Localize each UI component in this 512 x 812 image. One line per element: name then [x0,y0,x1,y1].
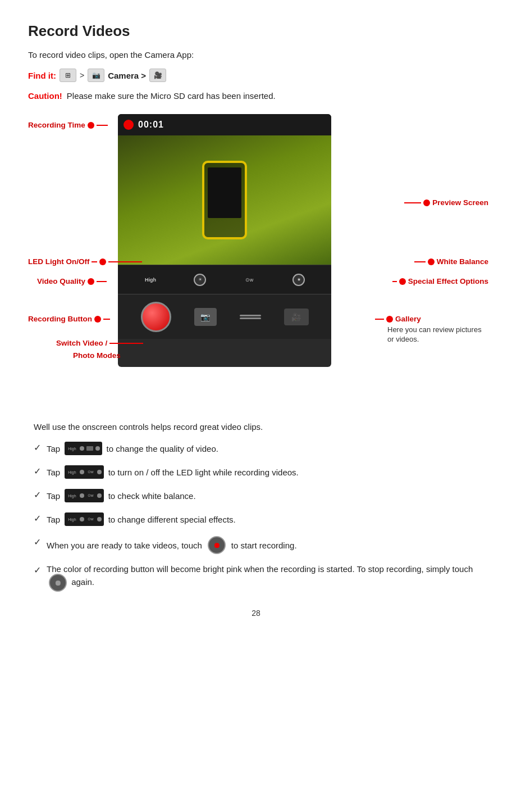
quality-icon-inline: High [65,442,102,455]
caution-label: Caution! [28,91,62,101]
check-2: ✓ [34,466,41,477]
switch-video-label: Switch Video / [56,339,107,347]
recording-time-label: Recording Time [28,121,85,129]
find-it-row: Find it: ⊞ > 📷 Camera > 🎥 [28,69,484,82]
record-stop-icon: ⏺ [49,574,67,592]
wb-ctrl: ⊙w [225,277,274,283]
action-3: to check white balance. [108,491,196,501]
caution-row: Caution! Please make sure the Micro SD c… [28,91,484,101]
camera-screen-image: 00:01 High ☀ ⊙w ★ 📷 [118,114,331,367]
gallery-line [375,319,384,320]
checklist: ✓ Tap High to change the quality of vide… [34,442,478,592]
effect-ctrl: ★ [274,274,323,286]
camera-app-icon: 📷 [88,69,104,82]
white-balance-annotation: White Balance [414,257,488,266]
wb-icon-inline: High ⊙w [65,489,103,502]
extra-2-text: The color of recording button will becom… [47,564,478,592]
camera-label: Camera > [108,71,146,80]
intro-text: To record video clips, open the Camera A… [28,50,484,60]
gallery-dot [386,316,393,323]
check-4: ✓ [34,513,41,524]
gallery-desc: Here you can review pictures or videos. [387,325,482,343]
recording-time-display: 00:01 [138,120,164,130]
wb-line [414,261,426,262]
preview-screen-annotation: Preview Screen [404,198,488,207]
checklist-item-4: ✓ Tap High ⊙w to change different specia… [34,512,478,526]
recording-indicator-dot [124,120,134,130]
ps-dot [423,199,430,206]
video-switch-icon: 🎥 [149,69,166,82]
item-2-content: Tap High ⊙w to turn on / off the LED lig… [47,465,299,479]
check-5: ✓ [34,537,41,547]
tap-label-3: Tap [47,491,60,501]
quality-ctrl: High [126,277,175,283]
switch-video-annotation: Switch Video / [56,339,143,347]
extra-2-after: again. [71,577,94,587]
recording-button-annotation: Recording Button [28,315,110,323]
special-effect-annotation: Special Effect Options [392,277,488,285]
action-1: to change the quality of video. [107,444,218,453]
rb-dot [94,316,101,323]
video-quality-annotation: Video Quality [37,277,107,285]
led-line2 [108,261,142,262]
tap-label-1: Tap [47,444,60,453]
preview-phone-screen [208,167,241,218]
se-dot [399,278,406,285]
camera-controls-bar: High ☀ ⊙w ★ [118,265,331,294]
ps-line [404,202,421,203]
checklist-item-3: ✓ Tap High ⊙w to check white balance. [34,489,478,502]
switch-mode-section [240,315,261,319]
white-balance-label: White Balance [437,257,488,266]
checklist-item-5: ✓ When you are ready to take videos, tou… [34,536,478,554]
gallery-annotation: Gallery Here you can review pictures or … [375,315,488,343]
item-6-content: The color of recording button will becom… [47,564,478,592]
item-1-content: Tap High to change the quality of video. [47,442,218,455]
camera-mode-btn: 📷 [194,308,217,326]
gallery-label: Gallery [395,315,421,323]
sv-line [109,343,143,344]
page-number: 28 [28,609,484,618]
caution-text: Please make sure the Micro SD card has b… [67,91,276,101]
led-light-label: LED Light On/Off [28,257,89,266]
led-ctrl: ☀ [175,274,225,286]
action-4: to change different special effects. [108,515,236,524]
extra-2-text-span: The color of recording button will becom… [47,564,473,574]
recording-time-annotation: Recording Time [28,121,108,129]
item-5-content: When you are ready to take videos, touch… [47,536,297,554]
preview-phone-outline [202,161,247,239]
camera-top-bar: 00:01 [118,114,331,135]
bottom-section: Well use the onscreen controls helps rec… [28,422,484,592]
tap-label-4: Tap [47,515,60,524]
checklist-item-1: ✓ Tap High to change the quality of vide… [34,442,478,455]
preview-screen-label: Preview Screen [432,198,488,207]
check-3: ✓ [34,489,41,500]
action-2: to turn on / off the LED light while rec… [108,468,299,477]
record-start-icon: ⏺ [208,536,226,554]
vq-dot [88,278,94,285]
checklist-item-2: ✓ Tap High ⊙w to turn on / off the LED l… [34,465,478,479]
find-it-label: Find it: [28,71,56,80]
recording-time-line [97,125,108,126]
page-title: Record Videos [28,22,484,40]
effect-icon-inline: High ⊙w [65,512,103,526]
check-1: ✓ [34,442,41,453]
video-quality-label: Video Quality [37,277,85,285]
rb-line [103,319,110,320]
photo-modes-label: Photo Modes [73,351,121,360]
camera-bottom-bar: 📷 🎥 [118,294,331,339]
chevron-separator-1: > [80,71,84,80]
special-effect-label: Special Effect Options [408,277,488,285]
recording-time-dot [88,122,94,129]
extra-1-after: to start recording. [231,541,297,550]
se-line [392,281,397,282]
led-icon-inline: High ⊙w [65,465,103,479]
wb-dot [428,258,435,265]
check-6: ✓ [34,565,41,575]
camera-preview-area [118,135,331,265]
led-dot [99,258,106,265]
apps-icon: ⊞ [60,69,76,82]
photo-modes-label-wrap: Photo Modes [73,350,121,360]
item-4-content: Tap High ⊙w to change different special … [47,512,236,526]
item-3-content: Tap High ⊙w to check white balance. [47,489,196,502]
checklist-item-6: ✓ The color of recording button will bec… [34,564,478,592]
